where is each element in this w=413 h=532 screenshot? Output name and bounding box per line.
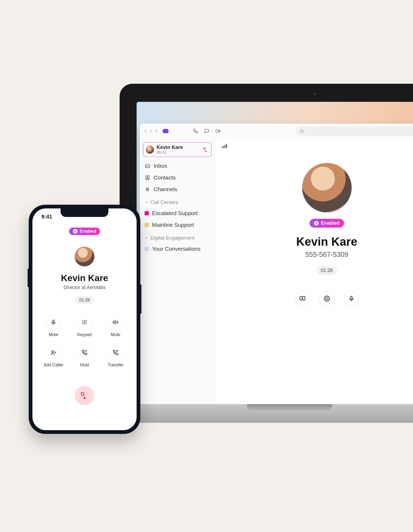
window-controls[interactable]	[144, 129, 158, 133]
sidebar-item-inbox[interactable]: Inbox	[143, 161, 212, 171]
sidebar-item-your-conversations[interactable]: Your Conversations	[143, 244, 212, 254]
caller-name: Kevin Kare	[61, 273, 108, 283]
active-call-duration: 06:01	[157, 150, 200, 155]
svg-point-20	[86, 322, 86, 322]
sidebar-item-channels[interactable]: Channels	[143, 184, 212, 195]
speaker-control[interactable]: Mute	[106, 315, 125, 337]
svg-point-25	[52, 351, 54, 353]
hold-control[interactable]: Hold	[75, 345, 95, 367]
ai-icon: ✦	[73, 229, 78, 234]
svg-line-7	[148, 187, 149, 191]
control-label: Transfer	[106, 363, 125, 367]
laptop-hinge-notch	[247, 404, 332, 410]
section-digital-engagement[interactable]: Digital Engagement	[143, 231, 212, 242]
inbox-icon	[145, 163, 150, 169]
sidebar-item-label: Inbox	[154, 163, 167, 169]
sidebar-item-label: Escalated Support	[152, 210, 198, 216]
sidebar-item-label: Mainline Support	[152, 222, 194, 228]
svg-point-10	[326, 298, 328, 300]
minimize-dot[interactable]	[149, 129, 153, 133]
section-title: Call Centers	[150, 199, 178, 205]
keypad-control[interactable]: Keypad	[75, 315, 95, 337]
mute-control[interactable]: Mute	[44, 315, 64, 337]
caller-phone-number: 555-567-5309	[305, 250, 348, 259]
speaker-icon	[112, 319, 119, 325]
app-window: Kevin Kare 06:01 Inbox	[140, 124, 413, 404]
sidebar-item-contacts[interactable]: Contacts	[143, 172, 212, 183]
hold-icon	[82, 350, 87, 355]
svg-rect-11	[351, 296, 352, 299]
chevron-down-icon	[145, 200, 148, 204]
svg-point-9	[324, 296, 330, 301]
call-timer: 01:28	[75, 296, 94, 304]
sidebar-item-label: Your Conversations	[152, 246, 201, 252]
svg-point-16	[84, 320, 85, 321]
keypad-icon	[82, 320, 87, 325]
active-call-card[interactable]: Kevin Kare 06:01	[143, 142, 212, 157]
sidebar-item-escalated[interactable]: Escalated Support	[143, 208, 212, 219]
add-caller-control[interactable]: Add Caller	[44, 345, 64, 367]
svg-point-3	[147, 177, 148, 178]
phone-notch	[61, 208, 108, 217]
control-label: Mute	[106, 332, 125, 337]
caller-name: Kevin Kare	[296, 235, 357, 248]
svg-point-21	[82, 323, 83, 324]
transfer-icon	[113, 350, 119, 355]
hangup-button[interactable]	[75, 386, 94, 405]
chevron-down-icon	[145, 236, 148, 240]
mic-icon	[50, 319, 56, 325]
sidebar-item-label: Contacts	[154, 174, 176, 181]
chat-icon[interactable]	[203, 127, 210, 135]
caller-avatar	[302, 162, 352, 213]
badge-label: Enabled	[80, 229, 96, 234]
section-call-centers[interactable]: Call Centers	[143, 196, 212, 207]
laptop-bezel: Kevin Kare 06:01 Inbox	[120, 84, 413, 404]
svg-point-19	[84, 322, 85, 322]
svg-point-22	[84, 323, 85, 324]
hangup-icon	[80, 391, 89, 400]
phone-screen: 9:41 ✦ Enabled Kevin Kare Director at Ae…	[32, 208, 137, 430]
color-chip-icon	[145, 247, 149, 251]
control-label: Add Caller	[44, 363, 64, 367]
call-timer: 01:28	[317, 266, 337, 275]
svg-point-18	[82, 322, 83, 322]
svg-rect-13	[53, 320, 54, 323]
zoom-dot[interactable]	[155, 129, 158, 133]
svg-point-23	[86, 323, 86, 324]
search-icon	[300, 129, 304, 133]
hash-icon	[145, 186, 150, 192]
search-input[interactable]	[296, 127, 413, 136]
sidebar-item-mainline[interactable]: Mainline Support	[143, 220, 212, 230]
ai-icon: ✦	[314, 221, 319, 226]
add-user-icon	[50, 350, 57, 355]
laptop-wallpaper: Kevin Kare 06:01 Inbox	[137, 102, 413, 404]
control-label: Mute	[44, 332, 64, 337]
window-titlebar	[140, 124, 413, 139]
svg-marker-24	[113, 321, 115, 324]
contacts-icon	[145, 175, 150, 181]
status-bar-time: 9:41	[41, 214, 52, 220]
signal-strength-icon	[221, 144, 227, 148]
share-screen-button[interactable]	[295, 291, 310, 306]
active-call-name: Kevin Kare	[157, 145, 200, 150]
ai-enabled-badge: ✦ Enabled	[310, 219, 344, 228]
badge-label: Enabled	[321, 220, 339, 226]
transfer-control[interactable]: Transfer	[106, 345, 125, 367]
sidebar: Kevin Kare 06:01 Inbox	[140, 139, 215, 404]
sidebar-item-label: Channels	[154, 186, 177, 192]
record-button[interactable]	[319, 291, 335, 306]
color-chip-icon	[145, 223, 149, 227]
caller-role: Director at Aerolabs	[64, 285, 106, 290]
svg-point-15	[82, 320, 83, 321]
video-icon[interactable]	[214, 127, 222, 135]
mute-button[interactable]	[344, 291, 359, 306]
phone-icon[interactable]	[192, 127, 199, 135]
svg-point-1	[301, 129, 303, 132]
svg-line-6	[147, 187, 147, 191]
close-dot[interactable]	[144, 129, 147, 133]
svg-point-17	[86, 320, 86, 321]
call-main-pane: ✦ Enabled Kevin Kare 555-567-5309 01:28	[215, 139, 413, 404]
hangup-icon[interactable]	[203, 147, 209, 153]
control-label: Hold	[75, 363, 95, 367]
phone-device: 9:41 ✦ Enabled Kevin Kare Director at Ae…	[29, 205, 140, 434]
